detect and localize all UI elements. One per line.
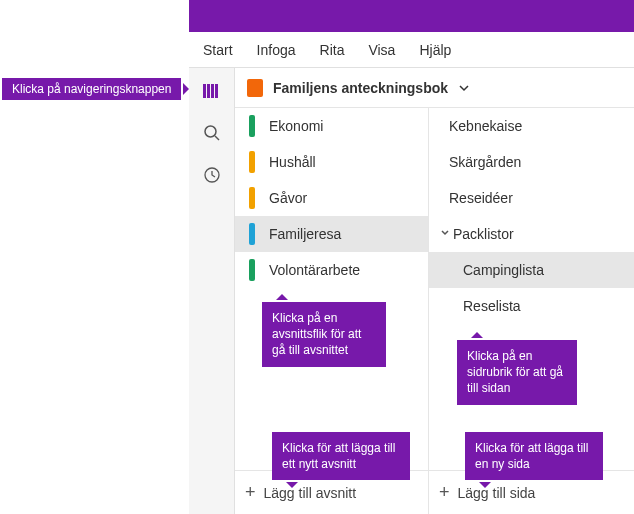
left-rail	[189, 68, 235, 514]
plus-icon: +	[245, 482, 256, 503]
section-color-tab	[249, 151, 255, 173]
section-label: Gåvor	[269, 190, 307, 206]
navigation-icon[interactable]	[201, 80, 223, 102]
svg-line-1	[215, 136, 219, 140]
section-item[interactable]: Volontärarbete	[235, 252, 428, 288]
section-item[interactable]: Hushåll	[235, 144, 428, 180]
ribbon-tab-insert[interactable]: Infoga	[257, 42, 296, 58]
page-label: Kebnekaise	[449, 118, 522, 134]
section-label: Familjeresa	[269, 226, 341, 242]
page-label: Campinglista	[463, 262, 544, 278]
section-label: Hushåll	[269, 154, 316, 170]
section-color-tab	[249, 115, 255, 137]
chevron-down-icon	[458, 82, 470, 94]
ribbon-tab-help[interactable]: Hjälp	[419, 42, 451, 58]
tooltip-navigation: Klicka på navigeringsknappen	[2, 78, 181, 100]
page-item[interactable]: Kebnekaise	[429, 108, 634, 144]
chevron-down-icon	[437, 227, 453, 241]
section-item[interactable]: Ekonomi	[235, 108, 428, 144]
section-label: Ekonomi	[269, 118, 323, 134]
page-item[interactable]: Reselista	[429, 288, 634, 324]
tooltip-add-page: Klicka för att lägga till en ny sida	[465, 432, 603, 480]
page-label: Packlistor	[453, 226, 514, 242]
plus-icon: +	[439, 482, 450, 503]
tooltip-add-section: Klicka för att lägga till ett nytt avsni…	[272, 432, 410, 480]
page-label: Reselista	[463, 298, 521, 314]
title-bar	[189, 0, 634, 32]
ribbon-tab-draw[interactable]: Rita	[320, 42, 345, 58]
add-section-label: Lägg till avsnitt	[264, 485, 357, 501]
notebook-icon	[247, 79, 263, 97]
tooltip-section-tab: Klicka på en avsnittsflik för att gå til…	[262, 302, 386, 367]
page-item[interactable]: Reseidéer	[429, 180, 634, 216]
section-color-tab	[249, 187, 255, 209]
page-item[interactable]: Skärgården	[429, 144, 634, 180]
section-color-tab	[249, 223, 255, 245]
ribbon-tab-view[interactable]: Visa	[368, 42, 395, 58]
ribbon-tabs: Start Infoga Rita Visa Hjälp	[189, 32, 634, 68]
section-item[interactable]: Gåvor	[235, 180, 428, 216]
add-page-label: Lägg till sida	[458, 485, 536, 501]
notebook-title: Familjens anteckningsbok	[273, 80, 448, 96]
ribbon-tab-start[interactable]: Start	[203, 42, 233, 58]
page-label: Reseidéer	[449, 190, 513, 206]
search-icon[interactable]	[201, 122, 223, 144]
recent-icon[interactable]	[201, 164, 223, 186]
section-item[interactable]: Familjeresa	[235, 216, 428, 252]
section-label: Volontärarbete	[269, 262, 360, 278]
page-item[interactable]: Campinglista	[429, 252, 634, 288]
section-color-tab	[249, 259, 255, 281]
page-label: Skärgården	[449, 154, 521, 170]
tooltip-page-title: Klicka på en sidrubrik för att gå till s…	[457, 340, 577, 405]
page-item[interactable]: Packlistor	[429, 216, 634, 252]
svg-point-0	[205, 126, 216, 137]
notebook-header[interactable]: Familjens anteckningsbok	[235, 68, 634, 108]
